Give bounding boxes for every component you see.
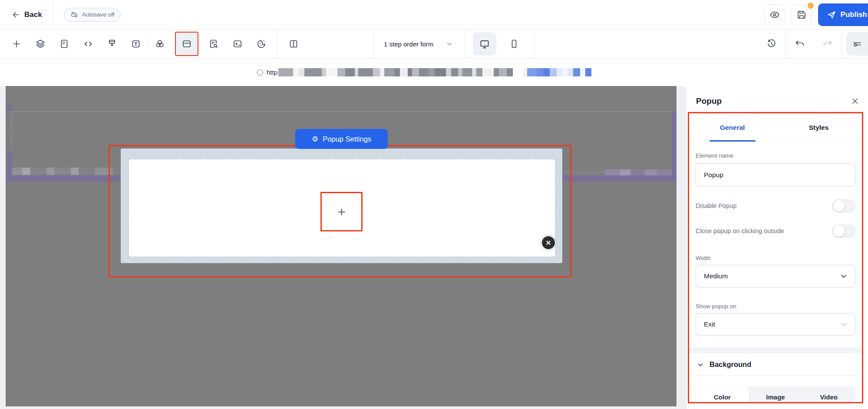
custom-code-button[interactable] bbox=[79, 35, 97, 53]
publish-button[interactable]: Publish bbox=[818, 3, 868, 26]
chevron-down-icon bbox=[696, 361, 704, 369]
section-divider bbox=[689, 347, 862, 353]
console-button[interactable] bbox=[229, 35, 246, 53]
show-popup-value: Exit bbox=[704, 320, 715, 328]
canvas-column: + ⚙ Popup Settings bbox=[0, 86, 686, 409]
arrow-left-icon bbox=[10, 10, 20, 20]
undo-button[interactable] bbox=[790, 34, 809, 53]
theme-colors-button[interactable] bbox=[151, 35, 168, 53]
background-type-segment: Color Image Video bbox=[696, 386, 855, 403]
tab-general[interactable]: General bbox=[689, 113, 776, 142]
page-selector-label: 1 step order form bbox=[384, 40, 433, 48]
panel-close-icon[interactable] bbox=[851, 97, 859, 106]
disable-popup-label: Disable Popup bbox=[696, 202, 736, 209]
columns-icon bbox=[288, 39, 299, 49]
toggle-knob bbox=[833, 225, 845, 237]
sliders-icon bbox=[852, 39, 862, 49]
gear-icon: ⚙ bbox=[312, 135, 318, 143]
url-protocol: http bbox=[267, 69, 277, 76]
typography-button[interactable] bbox=[127, 35, 145, 53]
close-icon bbox=[545, 240, 551, 246]
text-icon bbox=[131, 39, 141, 49]
save-icon bbox=[796, 10, 807, 20]
url-redacted-link bbox=[523, 68, 591, 76]
element-settings-button[interactable] bbox=[846, 32, 868, 56]
page-icon bbox=[59, 39, 69, 49]
code-icon bbox=[83, 39, 93, 49]
eye-icon bbox=[769, 10, 780, 20]
panel-tabs: General Styles bbox=[689, 113, 862, 142]
panel-selection-outline: General Styles Element name Popup Disabl… bbox=[688, 112, 863, 403]
divider bbox=[842, 30, 842, 59]
bg-tab-video[interactable]: Video bbox=[802, 386, 855, 403]
add-element-button[interactable] bbox=[8, 35, 25, 53]
dimmed-purple-element bbox=[7, 106, 12, 111]
element-name-label: Element name bbox=[696, 152, 855, 159]
chevron-down-icon bbox=[839, 320, 848, 329]
popup-settings-panel: Popup General Styles Element name Popup … bbox=[686, 86, 868, 409]
cloud-off-icon bbox=[70, 10, 79, 19]
preview-button[interactable] bbox=[764, 4, 785, 25]
popup-icon bbox=[182, 39, 192, 49]
mobile-view-button[interactable] bbox=[502, 32, 526, 56]
history-icon bbox=[766, 39, 777, 49]
element-name-input[interactable]: Popup bbox=[696, 163, 855, 186]
show-popup-select[interactable]: Exit bbox=[696, 313, 855, 336]
unsaved-changes-dot bbox=[806, 1, 815, 10]
autosave-badge[interactable]: Autosave off bbox=[64, 8, 121, 22]
canvas-overlay[interactable]: + ⚙ Popup Settings bbox=[6, 86, 677, 406]
background-label: Background bbox=[710, 360, 751, 369]
redo-icon bbox=[822, 39, 833, 49]
page-structure-button[interactable] bbox=[56, 35, 73, 53]
desktop-icon bbox=[479, 38, 490, 49]
columns-button[interactable] bbox=[285, 35, 302, 53]
url-radio-icon[interactable] bbox=[257, 69, 263, 76]
popup-settings-button[interactable]: ⚙ Popup Settings bbox=[295, 129, 388, 149]
workspace: + ⚙ Popup Settings Popup General Styles … bbox=[0, 86, 868, 409]
plus-icon bbox=[11, 39, 22, 49]
bg-tab-image[interactable]: Image bbox=[749, 386, 802, 403]
autosave-label: Autosave off bbox=[82, 11, 115, 18]
cookie-icon bbox=[256, 39, 267, 49]
width-select[interactable]: Medium bbox=[696, 265, 855, 287]
publish-label: Publish bbox=[841, 10, 867, 19]
close-outside-toggle[interactable] bbox=[832, 224, 855, 237]
history-button[interactable] bbox=[762, 34, 781, 53]
dimmed-blurred-content bbox=[12, 168, 113, 175]
dimmed-blurred-content bbox=[605, 169, 672, 176]
plus-glyph: + bbox=[337, 205, 346, 219]
background-section-header[interactable]: Background bbox=[696, 353, 855, 375]
page-search-icon bbox=[208, 39, 219, 49]
dimmed-purple-element bbox=[672, 112, 676, 181]
panel-title: Popup bbox=[696, 96, 722, 106]
back-button[interactable]: Back bbox=[10, 10, 42, 20]
show-popup-label: Show popup on bbox=[696, 303, 855, 310]
disable-popup-toggle[interactable] bbox=[832, 199, 855, 212]
popup-tool-button-highlighted[interactable] bbox=[175, 32, 198, 56]
add-element-placeholder[interactable]: + bbox=[320, 192, 363, 231]
styles-brush-button[interactable] bbox=[103, 35, 121, 53]
width-label: Width bbox=[696, 255, 855, 261]
popup-close-button[interactable] bbox=[541, 235, 556, 250]
url-redacted-text bbox=[278, 68, 513, 76]
page-selector-dropdown[interactable]: 1 step order form bbox=[373, 40, 465, 48]
desktop-view-button[interactable] bbox=[473, 32, 496, 56]
divider bbox=[277, 30, 277, 59]
divider bbox=[785, 30, 786, 59]
toggle-knob bbox=[833, 200, 845, 211]
builder-toolbar: 1 step order form bbox=[0, 30, 868, 59]
divider bbox=[689, 375, 862, 376]
popup-settings-label: Popup Settings bbox=[323, 135, 371, 143]
width-value: Medium bbox=[704, 272, 728, 280]
undo-icon bbox=[795, 39, 805, 49]
page-seo-button[interactable] bbox=[205, 35, 222, 53]
dimmed-section-edge bbox=[7, 402, 676, 402]
mobile-icon bbox=[509, 39, 519, 49]
close-outside-label: Close popup on clicking outside bbox=[696, 228, 784, 234]
chevron-down-icon bbox=[839, 272, 848, 280]
redo-button[interactable] bbox=[818, 34, 837, 53]
tab-styles[interactable]: Styles bbox=[776, 113, 862, 142]
cookie-settings-button[interactable] bbox=[253, 35, 270, 53]
layers-button[interactable] bbox=[32, 35, 49, 53]
bg-tab-color[interactable]: Color bbox=[696, 386, 749, 403]
